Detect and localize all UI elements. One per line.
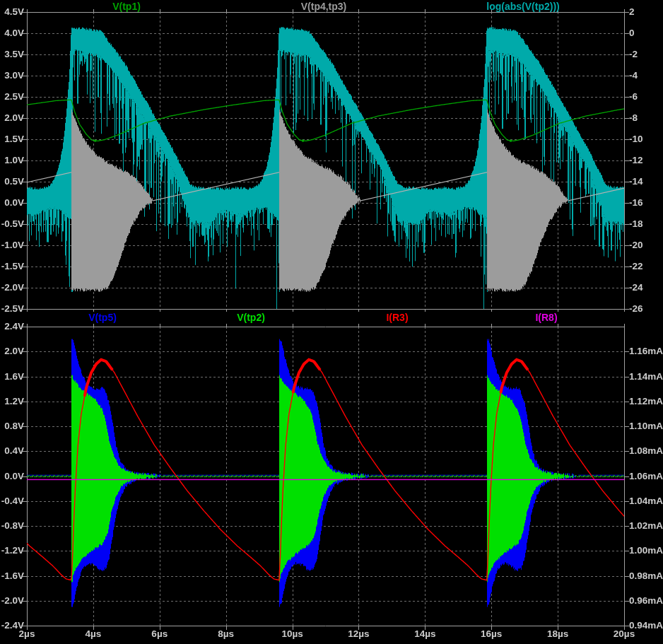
top-left-axis-tick: 3.5V xyxy=(0,49,24,60)
top-right-axis-tick: 0 xyxy=(629,28,635,39)
top-right-axis-tick: -14 xyxy=(629,176,643,187)
trace-label-ir3[interactable]: I(R3) xyxy=(386,312,408,323)
top-left-axis-tick: 4.0V xyxy=(0,28,24,39)
bottom-left-axis-tick: -0.8V xyxy=(0,520,24,532)
top-left-axis-tick: 3.0V xyxy=(0,70,24,81)
bottom-right-axis-tick: 1.10mA xyxy=(629,421,663,432)
bottom-right-axis-tick: 1.14mA xyxy=(629,371,663,382)
trace-label-vtp2[interactable]: V(tp2) xyxy=(237,312,265,323)
top-left-axis-tick: -1.5V xyxy=(0,261,24,272)
bottom-left-axis-tick: 0.8V xyxy=(0,421,24,432)
bottom-left-axis-tick: -0.4V xyxy=(0,496,24,507)
top-left-axis-tick: -2.5V xyxy=(0,303,24,315)
x-axis-tick: 20µs xyxy=(614,628,635,640)
x-axis-tick: 18µs xyxy=(547,628,568,640)
waveform-viewer-window: V(tp1) V(tp4,tp3) log(abs(V(tp2))) V(tp5… xyxy=(0,0,663,644)
trace-label-vtp4tp3[interactable]: V(tp4,tp3) xyxy=(301,1,347,12)
x-axis-tick: 2µs xyxy=(19,628,35,640)
x-axis-tick: 4µs xyxy=(85,628,101,640)
top-right-axis-tick: -24 xyxy=(629,282,643,293)
top-left-axis-tick: 2.5V xyxy=(0,91,24,103)
top-right-axis-tick: -18 xyxy=(629,218,643,230)
top-right-axis-tick: -2 xyxy=(629,49,638,60)
bottom-left-axis-tick: 0.4V xyxy=(0,445,24,457)
top-right-axis-tick: -10 xyxy=(629,134,643,145)
bottom-right-axis-tick: 1.06mA xyxy=(629,471,663,482)
trace-label-vtp1[interactable]: V(tp1) xyxy=(112,1,141,12)
bottom-right-axis-tick: 1.12mA xyxy=(629,396,663,407)
x-axis-tick: 14µs xyxy=(414,628,435,640)
bottom-left-axis-tick: 2.0V xyxy=(0,346,24,357)
top-right-axis-tick: 2 xyxy=(629,6,635,18)
top-right-axis-tick: -20 xyxy=(629,240,643,251)
bottom-left-axis-tick: -2.0V xyxy=(0,595,24,607)
trace-label-vtp5[interactable]: V(tp5) xyxy=(88,312,117,323)
top-right-axis-tick: -4 xyxy=(629,70,638,81)
bottom-right-axis-tick: 0.98mA xyxy=(629,570,663,582)
top-left-axis-tick: 2.0V xyxy=(0,112,24,124)
top-left-axis-tick: 1.0V xyxy=(0,155,24,166)
bottom-left-axis-tick: 1.2V xyxy=(0,396,24,407)
bottom-right-axis-tick: 1.08mA xyxy=(629,445,663,457)
bottom-right-axis-tick: 1.16mA xyxy=(629,346,663,357)
bottom-left-axis-tick: -1.6V xyxy=(0,570,24,582)
x-axis-tick: 6µs xyxy=(151,628,168,640)
top-right-axis-tick: -12 xyxy=(629,155,643,166)
top-right-axis-tick: -26 xyxy=(629,303,643,315)
top-right-axis-tick: -22 xyxy=(629,261,643,272)
x-axis-tick: 12µs xyxy=(348,628,369,640)
bottom-right-axis-tick: 1.02mA xyxy=(629,520,663,532)
bottom-right-axis-tick: 1.04mA xyxy=(629,496,663,507)
bottom-left-axis-tick: 2.4V xyxy=(0,321,24,332)
top-left-axis-tick: -2.0V xyxy=(0,282,24,293)
bottom-right-axis-tick: 0.96mA xyxy=(629,595,663,607)
bottom-right-axis-tick: 1.00mA xyxy=(629,545,663,556)
top-left-axis-tick: 4.5V xyxy=(0,6,24,18)
top-left-axis-tick: 1.5V xyxy=(0,134,24,145)
top-right-axis-tick: -16 xyxy=(629,197,643,209)
top-left-axis-tick: -0.5V xyxy=(0,218,24,230)
x-axis-tick: 10µs xyxy=(281,628,303,640)
bottom-left-axis-tick: 1.6V xyxy=(0,371,24,382)
x-axis-tick: 16µs xyxy=(481,628,502,640)
bottom-left-axis-tick: -1.2V xyxy=(0,545,24,556)
bottom-left-axis-tick: 0.0V xyxy=(0,471,24,482)
top-right-axis-tick: -6 xyxy=(629,91,638,103)
top-left-axis-tick: 0.0V xyxy=(0,197,24,209)
top-right-axis-tick: -8 xyxy=(629,112,638,124)
top-left-axis-tick: 0.5V xyxy=(0,176,24,187)
x-axis-tick: 8µs xyxy=(218,628,234,640)
trace-label-ir8[interactable]: I(R8) xyxy=(535,312,557,323)
top-left-axis-tick: -1.0V xyxy=(0,240,24,251)
trace-label-logabs-vtp2[interactable]: log(abs(V(tp2))) xyxy=(486,1,559,12)
